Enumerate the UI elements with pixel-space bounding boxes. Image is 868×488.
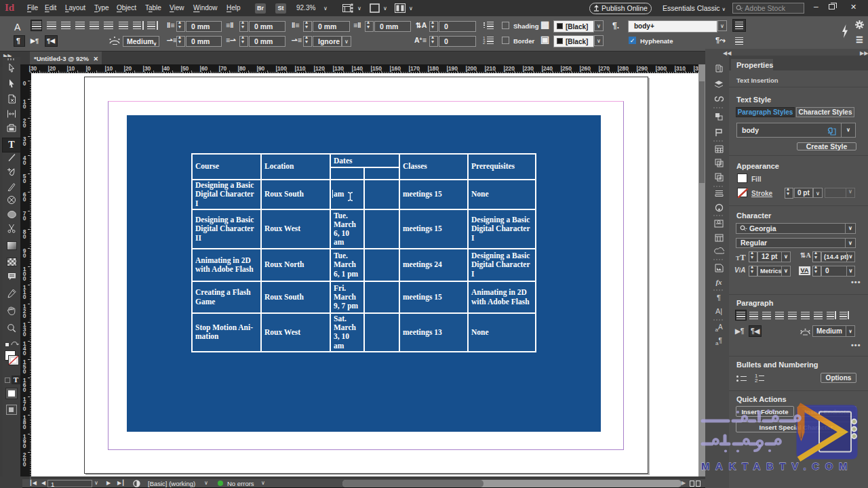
svg-text:MAKTABTV.COM: MAKTABTV.COM [701, 460, 853, 472]
